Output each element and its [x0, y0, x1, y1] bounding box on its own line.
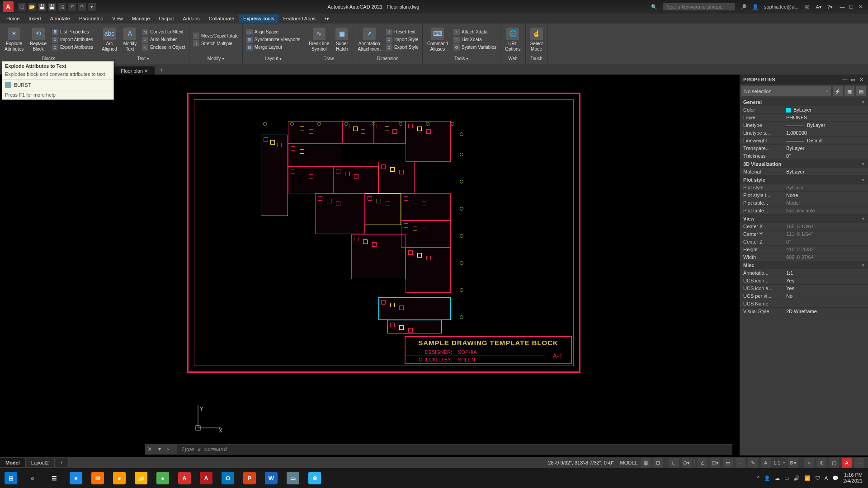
- ribbon-btn-align-space[interactable]: ▭Align Space: [245, 28, 302, 36]
- drawing-canvas[interactable]: SAMPLE DRAWING TEMPLATE BLOCK DESIGNER: …: [106, 75, 738, 455]
- ribbon-btn-replace[interactable]: ⟲ReplaceBlock: [27, 27, 49, 53]
- close-button[interactable]: ✕: [856, 3, 864, 10]
- add-layout-tab[interactable]: +: [55, 458, 69, 467]
- properties-selectobj-icon[interactable]: ▦: [844, 86, 854, 96]
- prop-group-plot-style[interactable]: Plot style▾: [740, 176, 868, 184]
- prop-row-ucs-icon-a-[interactable]: UCS icon a...Yes: [740, 285, 868, 292]
- menu-express-tools[interactable]: Express Tools: [239, 14, 278, 23]
- prop-row-plot-style[interactable]: Plot styleByColor: [740, 184, 868, 192]
- command-input[interactable]: Type a command: [177, 445, 732, 454]
- prop-row-plot-table-[interactable]: Plot table...Model: [740, 199, 868, 207]
- ribbon-btn-break-line[interactable]: ∿Break-lineSymbol: [306, 27, 332, 53]
- ribbon-btn-url[interactable]: 🌐URLOptions: [502, 27, 523, 53]
- prop-row-ucs-per-vi-[interactable]: UCS per vi...No: [740, 292, 868, 300]
- taskbar-app-13[interactable]: ▭: [282, 468, 304, 488]
- taskbar-app-2[interactable]: ☰: [43, 468, 65, 488]
- ribbon-btn-merge-layout[interactable]: ⊟Merge Layout: [245, 44, 302, 51]
- ribbon-btn-arc[interactable]: abcArcAligned: [99, 27, 119, 53]
- prop-row-annotatio-[interactable]: Annotatio...1:1: [740, 269, 868, 277]
- properties-quickselect-icon[interactable]: ⚡: [833, 86, 843, 96]
- menu-insert[interactable]: Insert: [24, 14, 46, 23]
- prop-row-width[interactable]: Width909'-0 37/64": [740, 253, 868, 261]
- properties-close-icon[interactable]: ✕: [858, 76, 864, 83]
- ribbon-btn-import-style[interactable]: ↧Import Style: [384, 36, 420, 43]
- prop-group-misc[interactable]: Misc▾: [740, 261, 868, 269]
- taskbar-app-6[interactable]: 📁: [130, 468, 152, 488]
- taskbar-app-8[interactable]: A: [174, 468, 195, 488]
- tray-clock[interactable]: 1:16 PM 2/4/2021: [843, 472, 863, 484]
- ribbon-btn-list-properties[interactable]: ≣List Properties: [50, 28, 95, 36]
- status-model-label[interactable]: MODEL: [620, 460, 638, 465]
- status-custom-icon[interactable]: A: [842, 458, 852, 468]
- prop-row-height[interactable]: Height410'-2 25/32": [740, 246, 868, 253]
- maximize-button[interactable]: ☐: [847, 3, 855, 10]
- menu-view[interactable]: View: [108, 14, 127, 23]
- properties-pin-icon[interactable]: ▭: [850, 76, 856, 83]
- qat-redo-icon[interactable]: ↷: [78, 3, 86, 11]
- cart-icon[interactable]: 🛒: [804, 4, 811, 10]
- prop-group-general[interactable]: General▾: [740, 98, 868, 106]
- taskbar-app-14[interactable]: ❄: [304, 468, 326, 488]
- taskbar-app-10[interactable]: O: [217, 468, 239, 488]
- menu-dropdown-icon[interactable]: ▪▾: [320, 14, 334, 23]
- prop-row-thickness[interactable]: Thickness0": [740, 152, 868, 160]
- taskbar-app-0[interactable]: ⊞: [0, 468, 22, 488]
- prop-row-center-z[interactable]: Center Z0": [740, 238, 868, 246]
- qat-saveas-icon[interactable]: 💾: [48, 3, 56, 11]
- ribbon-btn-annotation[interactable]: ↗AnnotationAttachment: [355, 27, 383, 53]
- tray-security-icon[interactable]: 🛡: [815, 475, 820, 481]
- properties-selection-dropdown[interactable]: No selection▾: [741, 86, 831, 96]
- menu-home[interactable]: Home: [2, 14, 24, 23]
- command-recent-icon[interactable]: ▾: [155, 444, 165, 454]
- prop-row-visual-style[interactable]: Visual Style2D Wireframe: [740, 308, 868, 315]
- qat-dropdown-icon[interactable]: ▾: [88, 3, 96, 11]
- status-menu-icon[interactable]: ≡: [854, 458, 864, 468]
- status-ortho-icon[interactable]: ∟: [669, 458, 679, 468]
- layout-tab-layout2[interactable]: Layout2: [26, 458, 55, 467]
- ribbon-btn-import-attributes[interactable]: ↧Import Attributes: [50, 36, 95, 43]
- taskbar-app-9[interactable]: A: [195, 468, 217, 488]
- qat-plot-icon[interactable]: 🖨: [58, 3, 66, 11]
- ribbon-btn-command[interactable]: ⌨CommandAliases: [425, 27, 451, 53]
- ribbon-btn-export-style[interactable]: ↥Export Style: [384, 44, 420, 51]
- prop-group-3d-visualization[interactable]: 3D Visualization▾: [740, 160, 868, 168]
- app-icon[interactable]: A: [3, 1, 14, 12]
- ribbon-btn-modify[interactable]: AModifyText: [121, 27, 139, 53]
- properties-pickpit-icon[interactable]: ▤: [856, 86, 866, 96]
- tray-battery-icon[interactable]: ▭: [784, 475, 789, 481]
- status-polar-icon[interactable]: ⊙▾: [682, 458, 692, 468]
- layout-tab-model[interactable]: Model: [0, 458, 26, 467]
- tray-volume-icon[interactable]: 🔊: [793, 475, 800, 481]
- search-icon[interactable]: 🔍: [651, 4, 657, 10]
- status-clean-icon[interactable]: ▢: [829, 458, 839, 468]
- ribbon-btn-system-variables[interactable]: ⚙System Variables: [452, 44, 498, 51]
- ribbon-btn-list-xdata[interactable]: ≣List Xdata: [452, 36, 498, 43]
- status-scale[interactable]: 1:1: [774, 460, 780, 465]
- ribbon-btn-move-copy-rotate[interactable]: ↔Move/Copy/Rotate: [191, 32, 241, 39]
- tray-wifi-icon[interactable]: 📶: [804, 475, 811, 481]
- status-gear-icon[interactable]: ⚙▾: [788, 458, 798, 468]
- ribbon-btn-super[interactable]: ▦SuperHatch: [333, 27, 351, 53]
- search-input[interactable]: Type a keyword or phrase: [663, 3, 735, 10]
- prop-row-plot-style-t-[interactable]: Plot style t...None: [740, 192, 868, 199]
- ribbon-btn-explode[interactable]: ✶ExplodeAttributes: [2, 27, 26, 53]
- ribbon-btn-stretch-multiple[interactable]: ↕Stretch Multiple: [191, 40, 241, 47]
- taskbar-app-1[interactable]: ○: [22, 468, 43, 488]
- ribbon-btn-reset-text[interactable]: ↺Reset Text: [384, 28, 420, 36]
- app-launcher-icon[interactable]: A▾: [816, 4, 822, 10]
- properties-minimize-icon[interactable]: —: [842, 76, 848, 83]
- status-isolate-icon[interactable]: ✧: [804, 458, 814, 468]
- menu-add-ins[interactable]: Add-ins: [179, 14, 204, 23]
- menu-manage[interactable]: Manage: [127, 14, 155, 23]
- qat-open-icon[interactable]: 📂: [28, 3, 36, 11]
- ribbon-btn-synchronize-viewports[interactable]: ⊞Synchronize Viewports: [245, 36, 302, 43]
- taskbar-app-7[interactable]: ●: [152, 468, 174, 488]
- ribbon-btn-auto-number[interactable]: #Auto Number: [140, 36, 187, 43]
- taskbar-app-4[interactable]: ✉: [87, 468, 108, 488]
- taskbar-app-5[interactable]: ●: [108, 468, 130, 488]
- tray-up-icon[interactable]: ^: [757, 475, 760, 481]
- menu-annotate[interactable]: Annotate: [46, 14, 75, 23]
- prop-row-lineweight[interactable]: LineweightDefault: [740, 137, 868, 145]
- menu-output[interactable]: Output: [155, 14, 179, 23]
- status-osnap-icon[interactable]: ∠: [698, 458, 708, 468]
